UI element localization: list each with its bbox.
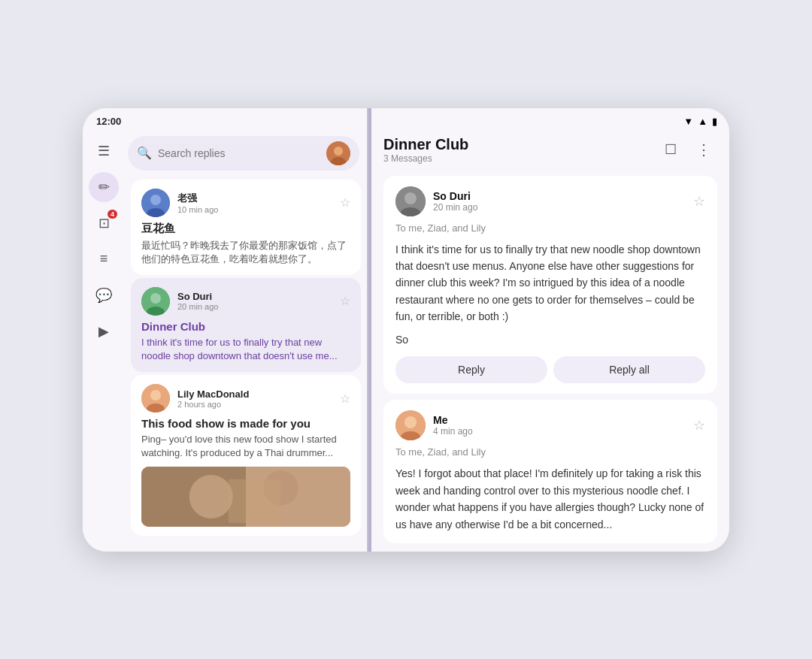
right-panel: ▼ ▲ ▮ Dinner Club 3 Messages ☐ ⋮	[371, 108, 729, 552]
avatar	[395, 186, 426, 216]
svg-point-14	[189, 475, 233, 518]
card-title: 豆花鱼	[141, 222, 350, 236]
more-icon: ⋮	[696, 141, 712, 159]
email-meta: Me 4 min ago	[433, 414, 686, 437]
email-card: So Duri 20 min ago ☆ To me, Ziad, and Li…	[383, 176, 717, 394]
nav-video-button[interactable]: ▶	[89, 316, 119, 346]
notes-icon: ≡	[100, 251, 108, 267]
video-icon: ▶	[98, 323, 109, 340]
email-to: To me, Ziad, and Lily	[395, 222, 705, 234]
compose-icon: ✏	[98, 179, 110, 195]
reply-button[interactable]: Reply	[395, 356, 547, 383]
left-panel: 12:00 ☰ ✏ ⊡ 4 ≡ 💬	[83, 108, 368, 552]
device-frame: 12:00 ☰ ✏ ⊡ 4 ≡ 💬	[83, 108, 729, 552]
status-time: 12:00	[96, 116, 121, 127]
messages-list: 老强 10 min ago ☆ 豆花鱼 最近忙吗？昨晚我去了你最爱的那家饭馆，点…	[125, 177, 367, 552]
reply-actions: Reply Reply all	[395, 356, 705, 383]
email-to: To me, Ziad, and Lily	[395, 446, 705, 458]
email-sender: So Duri	[433, 190, 686, 202]
svg-rect-16	[229, 479, 280, 522]
email-thread: So Duri 20 min ago ☆ To me, Ziad, and Li…	[371, 170, 729, 552]
card-meta: Lily MacDonald 2 hours ago	[177, 388, 332, 409]
card-time: 2 hours ago	[177, 400, 332, 409]
inbox-badge: 4	[108, 210, 117, 219]
sidebar-nav: ☰ ✏ ⊡ 4 ≡ 💬 ▶	[83, 130, 125, 552]
nav-compose-button[interactable]: ✏	[89, 172, 119, 202]
inbox-icon: ⊡	[98, 215, 110, 231]
message-card[interactable]: 老强 10 min ago ☆ 豆花鱼 最近忙吗？昨晚我去了你最爱的那家饭馆，点…	[131, 180, 361, 275]
email-body: I think it's time for us to finally try …	[395, 241, 705, 325]
thread-header: Dinner Club 3 Messages ☐ ⋮	[371, 130, 729, 170]
email-sign: So	[395, 334, 705, 346]
battery-icon: ▮	[712, 116, 717, 127]
card-preview: Ping– you'd love this new food show I st…	[141, 433, 350, 460]
star-icon[interactable]: ☆	[693, 193, 705, 210]
star-icon[interactable]: ☆	[340, 294, 350, 308]
card-image-inner	[141, 467, 350, 527]
more-options-button[interactable]: ⋮	[690, 136, 717, 163]
svg-point-4	[150, 195, 161, 205]
card-image	[141, 467, 350, 527]
svg-point-21	[404, 416, 417, 428]
card-header: Lily MacDonald 2 hours ago ☆	[141, 384, 350, 413]
card-meta: 老强 10 min ago	[177, 192, 332, 214]
left-content: ☰ ✏ ⊡ 4 ≡ 💬 ▶	[83, 130, 367, 552]
card-sender: Lily MacDonald	[177, 388, 332, 400]
left-status-bar: 12:00	[83, 108, 367, 130]
email-body: Yes! I forgot about that place! I'm defi…	[395, 465, 705, 533]
svg-point-18	[404, 192, 417, 204]
right-status-bar: ▼ ▲ ▮	[371, 108, 729, 130]
email-sender: Me	[433, 414, 686, 426]
avatar	[141, 189, 170, 217]
card-title: Dinner Club	[141, 320, 350, 333]
nav-chat-button[interactable]: 💬	[89, 280, 119, 310]
email-time: 4 min ago	[433, 426, 686, 437]
star-icon[interactable]: ☆	[340, 391, 350, 406]
message-card[interactable]: So Duri 20 min ago ☆ Dinner Club I think…	[131, 278, 361, 372]
star-icon[interactable]: ☆	[693, 417, 705, 434]
avatar	[395, 410, 426, 440]
wifi-icon: ▼	[683, 116, 693, 127]
thread-subtitle: 3 Messages	[383, 153, 651, 164]
archive-button[interactable]: ☐	[657, 136, 684, 163]
message-card[interactable]: Lily MacDonald 2 hours ago ☆ This food s…	[131, 375, 361, 535]
nav-notes-button[interactable]: ≡	[89, 244, 119, 274]
svg-point-10	[150, 390, 161, 401]
card-sender: So Duri	[177, 291, 332, 302]
svg-point-7	[150, 293, 161, 304]
reply-all-button[interactable]: Reply all	[553, 356, 705, 383]
svg-point-1	[334, 147, 343, 156]
search-bar: 🔍	[128, 136, 359, 171]
avatar	[141, 287, 170, 316]
card-sender: 老强	[177, 192, 332, 205]
email-header: Me 4 min ago ☆	[395, 410, 705, 440]
card-meta: So Duri 20 min ago	[177, 291, 332, 311]
user-avatar[interactable]	[326, 141, 350, 165]
main-list: 🔍 老强	[125, 130, 367, 552]
avatar	[141, 384, 170, 413]
email-card: Me 4 min ago ☆ To me, Ziad, and Lily Yes…	[383, 400, 717, 543]
chat-icon: 💬	[95, 287, 112, 304]
archive-icon: ☐	[665, 141, 677, 158]
email-meta: So Duri 20 min ago	[433, 190, 686, 213]
card-title: This food show is made for you	[141, 417, 350, 430]
search-icon: 🔍	[137, 146, 152, 160]
card-preview: 最近忙吗？昨晚我去了你最爱的那家饭馆，点了他们的特色豆花鱼，吃着吃着就想你了。	[141, 239, 350, 266]
nav-menu-button[interactable]: ☰	[89, 136, 119, 166]
nav-inbox-button[interactable]: ⊡ 4	[89, 208, 119, 238]
email-time: 20 min ago	[433, 202, 686, 213]
thread-title: Dinner Club	[383, 136, 651, 153]
card-header: So Duri 20 min ago ☆	[141, 287, 350, 316]
signal-icon: ▲	[698, 116, 707, 127]
card-preview: I think it's time for us to finally try …	[141, 336, 350, 363]
star-icon[interactable]: ☆	[340, 195, 350, 210]
card-time: 10 min ago	[177, 205, 332, 214]
card-time: 20 min ago	[177, 302, 332, 311]
card-header: 老强 10 min ago ☆	[141, 189, 350, 217]
menu-icon: ☰	[98, 143, 110, 159]
search-input[interactable]	[158, 147, 320, 159]
email-header: So Duri 20 min ago ☆	[395, 186, 705, 216]
